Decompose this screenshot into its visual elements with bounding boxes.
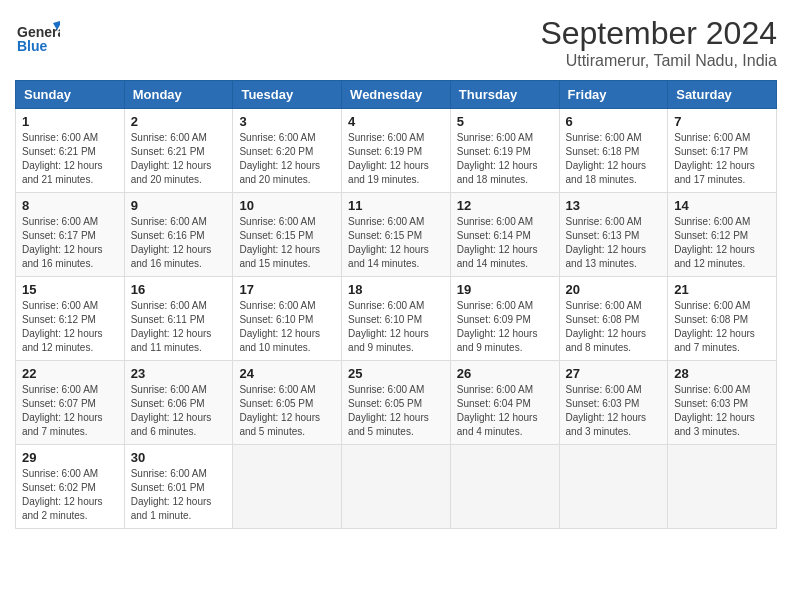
day-number: 18 xyxy=(348,282,444,297)
day-number: 8 xyxy=(22,198,118,213)
col-wednesday: Wednesday xyxy=(342,81,451,109)
page-title: September 2024 xyxy=(540,15,777,52)
day-info: Sunrise: 6:00 AM Sunset: 6:13 PM Dayligh… xyxy=(566,215,662,271)
day-info: Sunrise: 6:00 AM Sunset: 6:10 PM Dayligh… xyxy=(348,299,444,355)
calendar-header-row: Sunday Monday Tuesday Wednesday Thursday… xyxy=(16,81,777,109)
logo: General Blue xyxy=(15,15,60,60)
table-row xyxy=(450,445,559,529)
col-friday: Friday xyxy=(559,81,668,109)
day-info: Sunrise: 6:00 AM Sunset: 6:15 PM Dayligh… xyxy=(348,215,444,271)
day-number: 28 xyxy=(674,366,770,381)
day-number: 7 xyxy=(674,114,770,129)
day-number: 23 xyxy=(131,366,227,381)
table-row: 21Sunrise: 6:00 AM Sunset: 6:08 PM Dayli… xyxy=(668,277,777,361)
day-info: Sunrise: 6:00 AM Sunset: 6:17 PM Dayligh… xyxy=(22,215,118,271)
title-section: September 2024 Uttiramerur, Tamil Nadu, … xyxy=(540,15,777,70)
table-row: 18Sunrise: 6:00 AM Sunset: 6:10 PM Dayli… xyxy=(342,277,451,361)
day-info: Sunrise: 6:00 AM Sunset: 6:20 PM Dayligh… xyxy=(239,131,335,187)
day-number: 21 xyxy=(674,282,770,297)
day-number: 12 xyxy=(457,198,553,213)
day-number: 9 xyxy=(131,198,227,213)
page-subtitle: Uttiramerur, Tamil Nadu, India xyxy=(540,52,777,70)
day-info: Sunrise: 6:00 AM Sunset: 6:03 PM Dayligh… xyxy=(674,383,770,439)
table-row xyxy=(668,445,777,529)
day-info: Sunrise: 6:00 AM Sunset: 6:19 PM Dayligh… xyxy=(457,131,553,187)
day-number: 2 xyxy=(131,114,227,129)
day-info: Sunrise: 6:00 AM Sunset: 6:05 PM Dayligh… xyxy=(239,383,335,439)
table-row: 2Sunrise: 6:00 AM Sunset: 6:21 PM Daylig… xyxy=(124,109,233,193)
table-row: 25Sunrise: 6:00 AM Sunset: 6:05 PM Dayli… xyxy=(342,361,451,445)
table-row: 5Sunrise: 6:00 AM Sunset: 6:19 PM Daylig… xyxy=(450,109,559,193)
day-number: 15 xyxy=(22,282,118,297)
day-number: 25 xyxy=(348,366,444,381)
day-info: Sunrise: 6:00 AM Sunset: 6:16 PM Dayligh… xyxy=(131,215,227,271)
table-row: 6Sunrise: 6:00 AM Sunset: 6:18 PM Daylig… xyxy=(559,109,668,193)
table-row: 28Sunrise: 6:00 AM Sunset: 6:03 PM Dayli… xyxy=(668,361,777,445)
day-info: Sunrise: 6:00 AM Sunset: 6:08 PM Dayligh… xyxy=(566,299,662,355)
day-info: Sunrise: 6:00 AM Sunset: 6:01 PM Dayligh… xyxy=(131,467,227,523)
day-info: Sunrise: 6:00 AM Sunset: 6:15 PM Dayligh… xyxy=(239,215,335,271)
col-monday: Monday xyxy=(124,81,233,109)
day-number: 6 xyxy=(566,114,662,129)
table-row: 14Sunrise: 6:00 AM Sunset: 6:12 PM Dayli… xyxy=(668,193,777,277)
table-row xyxy=(559,445,668,529)
day-number: 27 xyxy=(566,366,662,381)
day-number: 17 xyxy=(239,282,335,297)
table-row: 7Sunrise: 6:00 AM Sunset: 6:17 PM Daylig… xyxy=(668,109,777,193)
day-number: 19 xyxy=(457,282,553,297)
day-number: 26 xyxy=(457,366,553,381)
day-info: Sunrise: 6:00 AM Sunset: 6:21 PM Dayligh… xyxy=(131,131,227,187)
day-number: 13 xyxy=(566,198,662,213)
table-row: 11Sunrise: 6:00 AM Sunset: 6:15 PM Dayli… xyxy=(342,193,451,277)
svg-text:Blue: Blue xyxy=(17,38,48,54)
day-info: Sunrise: 6:00 AM Sunset: 6:19 PM Dayligh… xyxy=(348,131,444,187)
day-number: 30 xyxy=(131,450,227,465)
day-info: Sunrise: 6:00 AM Sunset: 6:03 PM Dayligh… xyxy=(566,383,662,439)
day-info: Sunrise: 6:00 AM Sunset: 6:14 PM Dayligh… xyxy=(457,215,553,271)
table-row: 19Sunrise: 6:00 AM Sunset: 6:09 PM Dayli… xyxy=(450,277,559,361)
calendar-week-row: 22Sunrise: 6:00 AM Sunset: 6:07 PM Dayli… xyxy=(16,361,777,445)
day-number: 22 xyxy=(22,366,118,381)
day-info: Sunrise: 6:00 AM Sunset: 6:08 PM Dayligh… xyxy=(674,299,770,355)
calendar-table: Sunday Monday Tuesday Wednesday Thursday… xyxy=(15,80,777,529)
day-number: 4 xyxy=(348,114,444,129)
day-number: 3 xyxy=(239,114,335,129)
day-info: Sunrise: 6:00 AM Sunset: 6:18 PM Dayligh… xyxy=(566,131,662,187)
col-saturday: Saturday xyxy=(668,81,777,109)
calendar-week-row: 29Sunrise: 6:00 AM Sunset: 6:02 PM Dayli… xyxy=(16,445,777,529)
table-row: 23Sunrise: 6:00 AM Sunset: 6:06 PM Dayli… xyxy=(124,361,233,445)
table-row: 12Sunrise: 6:00 AM Sunset: 6:14 PM Dayli… xyxy=(450,193,559,277)
table-row: 8Sunrise: 6:00 AM Sunset: 6:17 PM Daylig… xyxy=(16,193,125,277)
calendar-week-row: 8Sunrise: 6:00 AM Sunset: 6:17 PM Daylig… xyxy=(16,193,777,277)
calendar-week-row: 15Sunrise: 6:00 AM Sunset: 6:12 PM Dayli… xyxy=(16,277,777,361)
table-row: 30Sunrise: 6:00 AM Sunset: 6:01 PM Dayli… xyxy=(124,445,233,529)
table-row: 22Sunrise: 6:00 AM Sunset: 6:07 PM Dayli… xyxy=(16,361,125,445)
day-info: Sunrise: 6:00 AM Sunset: 6:21 PM Dayligh… xyxy=(22,131,118,187)
calendar-week-row: 1Sunrise: 6:00 AM Sunset: 6:21 PM Daylig… xyxy=(16,109,777,193)
table-row: 15Sunrise: 6:00 AM Sunset: 6:12 PM Dayli… xyxy=(16,277,125,361)
day-number: 14 xyxy=(674,198,770,213)
table-row: 20Sunrise: 6:00 AM Sunset: 6:08 PM Dayli… xyxy=(559,277,668,361)
logo-icon: General Blue xyxy=(15,15,60,60)
day-number: 10 xyxy=(239,198,335,213)
day-info: Sunrise: 6:00 AM Sunset: 6:11 PM Dayligh… xyxy=(131,299,227,355)
day-number: 1 xyxy=(22,114,118,129)
table-row: 13Sunrise: 6:00 AM Sunset: 6:13 PM Dayli… xyxy=(559,193,668,277)
day-info: Sunrise: 6:00 AM Sunset: 6:09 PM Dayligh… xyxy=(457,299,553,355)
table-row: 1Sunrise: 6:00 AM Sunset: 6:21 PM Daylig… xyxy=(16,109,125,193)
day-number: 29 xyxy=(22,450,118,465)
day-info: Sunrise: 6:00 AM Sunset: 6:10 PM Dayligh… xyxy=(239,299,335,355)
day-info: Sunrise: 6:00 AM Sunset: 6:12 PM Dayligh… xyxy=(674,215,770,271)
table-row: 10Sunrise: 6:00 AM Sunset: 6:15 PM Dayli… xyxy=(233,193,342,277)
table-row: 9Sunrise: 6:00 AM Sunset: 6:16 PM Daylig… xyxy=(124,193,233,277)
table-row: 16Sunrise: 6:00 AM Sunset: 6:11 PM Dayli… xyxy=(124,277,233,361)
day-info: Sunrise: 6:00 AM Sunset: 6:04 PM Dayligh… xyxy=(457,383,553,439)
day-info: Sunrise: 6:00 AM Sunset: 6:07 PM Dayligh… xyxy=(22,383,118,439)
day-info: Sunrise: 6:00 AM Sunset: 6:12 PM Dayligh… xyxy=(22,299,118,355)
col-sunday: Sunday xyxy=(16,81,125,109)
day-info: Sunrise: 6:00 AM Sunset: 6:02 PM Dayligh… xyxy=(22,467,118,523)
page-header: General Blue September 2024 Uttiramerur,… xyxy=(15,15,777,70)
table-row: 24Sunrise: 6:00 AM Sunset: 6:05 PM Dayli… xyxy=(233,361,342,445)
table-row: 4Sunrise: 6:00 AM Sunset: 6:19 PM Daylig… xyxy=(342,109,451,193)
day-info: Sunrise: 6:00 AM Sunset: 6:17 PM Dayligh… xyxy=(674,131,770,187)
